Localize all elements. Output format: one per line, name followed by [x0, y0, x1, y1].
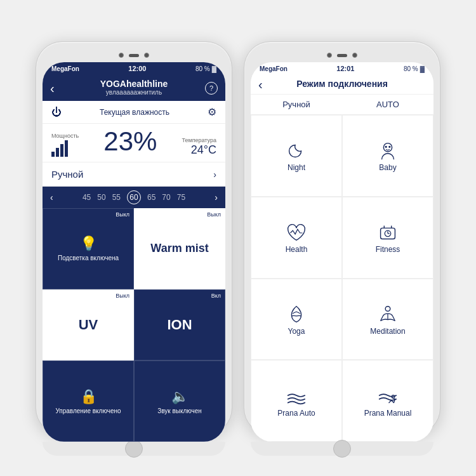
humidity-label-row: ⏻ Текущая влажность ⚙ [43, 101, 225, 124]
backlight-icon: 💡 [80, 235, 97, 252]
lock-control[interactable]: 🔒 Управление включено [43, 360, 134, 442]
health-label: Health [286, 245, 308, 254]
humidity-slider: ‹ 45 50 55 60 65 70 75 › [43, 187, 225, 208]
yoga-label: Yoga [288, 327, 305, 336]
tab-manual[interactable]: Ручной [251, 95, 342, 114]
phone1-home-button[interactable] [125, 440, 143, 458]
controls-grid: Выкл 💡 Подсветка включена Выкл Warm mist… [43, 208, 225, 442]
humidity-label: Текущая влажность [62, 108, 208, 117]
mode-night[interactable]: Night [251, 115, 342, 197]
slider-numbers: 45 50 55 60 65 70 75 [58, 190, 210, 204]
meditation-icon [376, 303, 400, 327]
svg-point-2 [389, 147, 390, 148]
warm-mist-control[interactable]: Выкл Warm mist [134, 208, 225, 289]
baby-label: Baby [379, 163, 396, 172]
phone2-sensor [352, 53, 357, 58]
phone1-screen: MegaFon 12:00 80 % ▓ ‹ YOGAhealthline ув… [43, 62, 225, 442]
warm-mist-off-label: Выкл [207, 211, 221, 218]
sound-control[interactable]: 🔈 Звук выключен [134, 360, 225, 442]
power-bar-icon [51, 139, 68, 157]
power-reading: Мощность [51, 133, 79, 157]
mode-chevron-icon: › [213, 169, 216, 180]
phone1-bottom [43, 442, 225, 456]
phone1-carrier: MegaFon [51, 65, 79, 72]
warm-mist-text: Warm mist [150, 242, 208, 255]
mode-health[interactable]: Health [251, 197, 342, 279]
mode-label: Ручной [51, 169, 83, 180]
settings-icon[interactable]: ⚙ [208, 106, 216, 118]
ion-control[interactable]: Вкл ION [134, 289, 225, 361]
yoga-icon [284, 303, 308, 327]
tab-auto[interactable]: AUTO [342, 95, 433, 114]
phone1-sensor [144, 53, 149, 58]
slider-next-icon[interactable]: › [212, 192, 220, 202]
ion-on-label: Вкл [211, 293, 221, 299]
phone1-speaker [129, 54, 139, 57]
phone2-battery: 80 % ▓ [404, 65, 425, 72]
phone2-home-button[interactable] [333, 440, 351, 458]
phone1-content: ⏻ Текущая влажность ⚙ Мощность [43, 101, 225, 442]
phone2-carrier: MegaFon [260, 65, 288, 72]
phone-2: MegaFon 12:01 80 % ▓ ‹ Режим подключения… [244, 41, 440, 435]
ion-text: ION [167, 317, 192, 333]
phone2-camera [327, 53, 332, 58]
night-icon [284, 139, 308, 163]
prana-manual-icon [376, 385, 400, 409]
sound-text: Звук выключен [157, 407, 202, 414]
svg-point-9 [385, 307, 390, 312]
phone1-time: 12:00 [128, 65, 146, 72]
mode-prana-auto[interactable]: Prana Auto [251, 360, 342, 442]
phone1-camera [119, 53, 124, 58]
phone1-battery: 80 % ▓ [195, 65, 216, 72]
temperature-reading: Температура 24°C [182, 137, 216, 157]
phone2-screen: MegaFon 12:01 80 % ▓ ‹ Режим подключения… [251, 62, 433, 442]
slider-active-value[interactable]: 60 [127, 190, 141, 204]
phone2-back-button[interactable]: ‹ [258, 77, 263, 92]
mode-tabs: Ручной AUTO [251, 95, 433, 115]
phone2-speaker [337, 54, 347, 57]
baby-icon [376, 139, 400, 163]
phone2-top [251, 48, 433, 62]
battery-icon: ▓ [212, 65, 216, 72]
phone2-battery-icon: ▓ [420, 65, 425, 72]
phone1-app-title: YOGAhealthline [51, 79, 216, 89]
prana-auto-icon [284, 385, 308, 409]
backlight-text: Подсветка включена [58, 255, 119, 261]
phone2-time: 12:01 [336, 65, 354, 72]
mode-selector-row[interactable]: Ручной › [43, 162, 225, 187]
phone1-top [43, 48, 225, 62]
phones-container: MegaFon 12:00 80 % ▓ ‹ YOGAhealthline ув… [23, 29, 453, 447]
readings-row: Мощность 23% Температура 24°C [43, 124, 225, 162]
uv-text: UV [79, 317, 98, 333]
fitness-icon [376, 221, 400, 245]
mode-meditation[interactable]: Meditation [342, 279, 433, 360]
power-label: Мощность [51, 133, 79, 139]
phone1-app-header: ‹ YOGAhealthline увлаааааажнитиль ? [43, 75, 225, 101]
backlight-control[interactable]: Выкл 💡 Подсветка включена [43, 208, 134, 289]
modes-grid: Night Baby [251, 115, 433, 442]
night-label: Night [288, 163, 305, 172]
humidity-value: 23% [79, 126, 182, 157]
prana-manual-label: Prana Manual [364, 409, 412, 418]
backlight-off-label: Выкл [116, 211, 129, 218]
fitness-label: Fitness [376, 245, 400, 254]
lock-icon: 🔒 [80, 388, 97, 405]
mode-prana-manual[interactable]: Prana Manual [342, 360, 433, 442]
meditation-label: Meditation [370, 327, 405, 336]
health-icon [284, 221, 308, 245]
mode-yoga[interactable]: Yoga [251, 279, 342, 360]
uv-control[interactable]: Выкл UV [43, 289, 134, 361]
phone-1: MegaFon 12:00 80 % ▓ ‹ YOGAhealthline ув… [36, 41, 232, 435]
sound-icon: 🔈 [171, 388, 188, 405]
phone1-help-button[interactable]: ? [205, 82, 218, 95]
phone2-app-header: ‹ Режим подключения [251, 75, 433, 95]
phone1-app-subtitle: увлаааааажнитиль [51, 89, 216, 96]
mode-baby[interactable]: Baby [342, 115, 433, 197]
svg-point-1 [385, 147, 387, 148]
phone2-status-bar: MegaFon 12:01 80 % ▓ [251, 62, 433, 75]
phone2-app-title: Режим подключения [260, 79, 425, 89]
slider-prev-icon[interactable]: ‹ [48, 192, 56, 202]
power-icon[interactable]: ⏻ [51, 107, 62, 118]
phone1-status-bar: MegaFon 12:00 80 % ▓ [43, 62, 225, 75]
mode-fitness[interactable]: Fitness [342, 197, 433, 279]
